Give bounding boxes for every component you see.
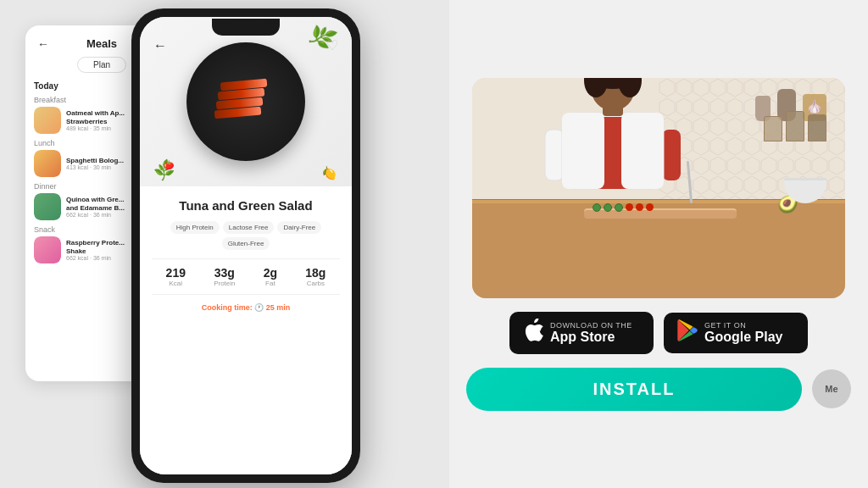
- nutrition-carbs-label: Carbs: [305, 280, 326, 287]
- meal-thumbnail: [34, 193, 61, 220]
- meal-meta: 662 kcal · 36 min: [66, 255, 125, 261]
- phone-device: ← ♡ 🌿: [131, 8, 360, 483]
- meal-meta: 413 kcal · 30 min: [66, 164, 124, 170]
- meal-info: Spaghetti Bolog... 413 kcal · 30 min: [66, 157, 124, 171]
- jar-1: [764, 116, 782, 141]
- tuna-plate-visual: [208, 76, 284, 127]
- cherry-tomato: 🍅: [164, 160, 174, 169]
- meal-name: Spaghetti Bolog...: [66, 157, 124, 165]
- meal-thumbnail: [34, 107, 61, 134]
- app-store-title: App Store: [550, 330, 632, 345]
- apple-logo-svg: [523, 319, 543, 342]
- nutrition-protein-value: 33g: [214, 266, 235, 280]
- nutrition-row: 219 Kcal 33g Protein 2g Fat 18g: [152, 258, 340, 295]
- meal-thumbnail: [34, 236, 61, 263]
- person-svg: [528, 78, 698, 214]
- nutrition-kcal-label: Kcal: [166, 280, 186, 287]
- nutrition-fat: 2g Fat: [264, 266, 277, 287]
- meal-thumb-image: [34, 107, 61, 134]
- nutrition-protein: 33g Protein: [214, 266, 235, 287]
- tomato: [646, 203, 654, 211]
- jar-3: [808, 114, 826, 141]
- meal-info: Quinoa with Gre...and Edamame B... 662 k…: [66, 196, 125, 218]
- google-play-button[interactable]: GET IT ON Google Play: [664, 313, 808, 353]
- svg-rect-6: [562, 113, 604, 189]
- avatar[interactable]: Me: [812, 369, 851, 408]
- tags-row: High Protein Lactose Free Dairy-Free Glu…: [152, 221, 340, 250]
- nutrition-kcal-value: 219: [166, 266, 186, 280]
- tag-lactose-free: Lactose Free: [223, 221, 275, 234]
- store-buttons-row: Download on the App Store GET IT ON Goog…: [509, 312, 808, 354]
- nutrition-protein-label: Protein: [214, 280, 235, 287]
- google-play-subtitle: GET IT ON: [704, 321, 782, 330]
- phone-screen: ← ♡ 🌿: [140, 17, 352, 474]
- svg-rect-2: [545, 130, 564, 180]
- nutrition-carbs-value: 18g: [305, 266, 326, 280]
- app-store-button[interactable]: Download on the App Store: [509, 312, 654, 354]
- meal-thumbnail: [34, 150, 61, 177]
- food-title: Tuna and Green Salad: [152, 198, 340, 213]
- jars-area: [764, 111, 826, 141]
- nutrition-fat-label: Fat: [264, 280, 277, 287]
- install-button[interactable]: INSTALL: [466, 368, 802, 411]
- cooking-time-value: 25 min: [266, 303, 291, 312]
- google-play-logo-svg: [677, 319, 698, 341]
- google-play-text: GET IT ON Google Play: [704, 321, 782, 345]
- food-plate: [186, 42, 305, 161]
- meal-thumb-image: [34, 236, 61, 263]
- nutrition-kcal: 219 Kcal: [166, 266, 186, 287]
- cucumber-slice: [615, 203, 623, 212]
- meal-thumb-image: [34, 193, 61, 220]
- meal-name: Quinoa with Gre...and Edamame B...: [66, 196, 125, 212]
- tag-high-protein: High Protein: [170, 221, 220, 234]
- tag-dairy-free: Dairy-Free: [277, 221, 321, 234]
- cooking-time-label: Cooking time:: [202, 303, 255, 312]
- meals-back-icon[interactable]: ←: [37, 37, 49, 51]
- phone-screen-header: ← ♡: [140, 37, 352, 53]
- cutting-board: [584, 208, 737, 219]
- google-play-icon: [677, 319, 698, 347]
- google-play-title: Google Play: [704, 330, 782, 345]
- app-store-text: Download on the App Store: [550, 321, 632, 345]
- install-row: INSTALL Me: [466, 368, 851, 411]
- tomato: [626, 203, 633, 211]
- kitchen-photo: 🧄: [472, 78, 845, 298]
- jar-2: [786, 111, 804, 141]
- cucumber-slice: [604, 203, 612, 212]
- svg-rect-7: [621, 113, 664, 189]
- food-on-board: [593, 203, 654, 212]
- right-panel: 🧄: [449, 0, 868, 488]
- meal-thumb-image: [34, 150, 61, 177]
- tag-gluten-free: Gluten-Free: [222, 237, 270, 250]
- left-panel: ← Meals Plan Today Breakfast Oatmeal wit…: [0, 0, 449, 488]
- phone-back-button[interactable]: ←: [153, 38, 167, 53]
- tomato: [636, 203, 643, 211]
- clock-icon: 🕐: [254, 303, 264, 312]
- phone-notch: [212, 19, 280, 36]
- nutrition-fat-value: 2g: [264, 266, 277, 280]
- plan-tab-button[interactable]: Plan: [77, 57, 126, 73]
- app-store-subtitle: Download on the: [550, 321, 632, 330]
- meal-name: Oatmeal with Ap...Strawberries: [66, 109, 125, 125]
- cucumber-slice: [593, 203, 601, 212]
- meals-card-title: Meals: [86, 37, 117, 50]
- meal-meta: 662 kcal · 36 min: [66, 212, 125, 218]
- meal-name: Raspberry Prote...Shake: [66, 239, 125, 255]
- phone-heart-button[interactable]: ♡: [326, 37, 338, 53]
- svg-rect-3: [662, 130, 681, 180]
- apple-icon: [523, 319, 543, 347]
- phone-outer: ← ♡ 🌿: [131, 8, 360, 483]
- food-detail-area: Tuna and Green Salad High Protein Lactos…: [140, 186, 352, 474]
- meal-info: Raspberry Prote...Shake 662 kcal · 36 mi…: [66, 239, 125, 261]
- meal-info: Oatmeal with Ap...Strawberries 489 kcal …: [66, 109, 125, 131]
- kitchen-scene: 🧄: [472, 78, 845, 298]
- nutrition-carbs: 18g Carbs: [305, 266, 326, 287]
- salad-leaf-right: 🍋: [320, 164, 338, 182]
- meal-meta: 489 kcal · 35 min: [66, 125, 125, 131]
- cooking-time: Cooking time: 🕐 25 min: [152, 303, 340, 312]
